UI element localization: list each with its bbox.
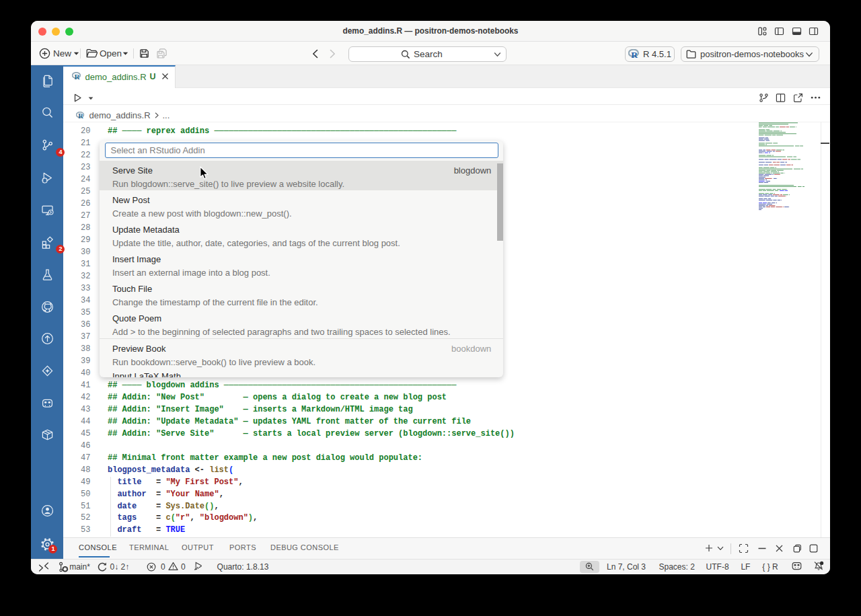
- svg-text:R: R: [75, 73, 81, 80]
- svg-text:R: R: [632, 50, 638, 59]
- svg-text:R: R: [79, 112, 84, 119]
